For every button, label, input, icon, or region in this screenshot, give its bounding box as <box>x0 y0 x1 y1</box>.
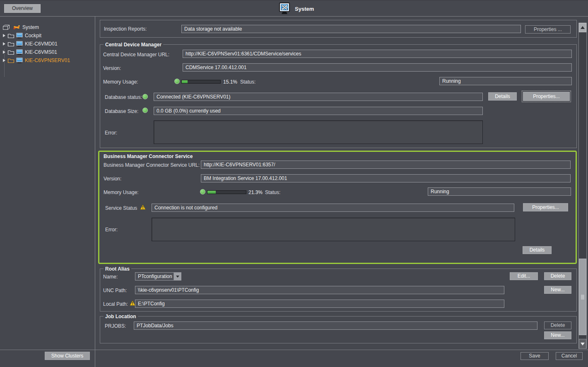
job-location-section: Job Location PRJOBS: PTJobData/Jobs Dele… <box>100 316 577 343</box>
section-title: Central Device Manager <box>104 42 163 48</box>
cdm-db-status-label: Database status: <box>105 94 142 100</box>
bm-status-field[interactable]: Running <box>428 187 571 196</box>
business-manager-connector-section-highlighted: Business Manager Connector Service Busin… <box>98 151 577 264</box>
bm-url-label: Business Manager Connector Service URL: <box>104 162 200 168</box>
bm-memory-label: Memory Usage: <box>104 189 139 195</box>
folder-icon <box>7 41 14 47</box>
tree-item-label: KIE-C6VPNSERV01 <box>25 58 70 63</box>
tree-item-kie-c6vpnserv01-selected[interactable]: KIE-C6VPNSERV01 <box>0 56 94 65</box>
bm-error-label: Error: <box>105 227 118 233</box>
warning-icon <box>130 300 135 306</box>
bm-url-field[interactable]: http://KIE-C6VPNSERV01:6357/ <box>201 161 571 169</box>
expand-arrow-icon[interactable] <box>3 59 5 62</box>
cdm-details-button[interactable]: Details <box>488 92 517 101</box>
tools-icon <box>13 24 20 30</box>
job-new-button[interactable]: New... <box>544 331 571 339</box>
cdm-url-label: Central Device Manager URL: <box>103 52 169 58</box>
bm-memory-progressbar <box>207 190 246 194</box>
cdm-memory-percent: 15.1% <box>223 79 237 85</box>
root-alias-name-dropdown[interactable]: PTconfiguration <box>135 272 181 281</box>
tree-item-label: KIE-C6VMS01 <box>25 49 57 55</box>
scroll-up-button[interactable] <box>579 23 586 32</box>
local-path-label: Local Path: <box>103 301 128 307</box>
cdm-status-field[interactable]: Running <box>439 77 572 85</box>
tree-item-label: Cockpit <box>25 33 41 38</box>
cdm-properties-button[interactable]: Properties... <box>523 92 570 101</box>
bm-details-button[interactable]: Details <box>523 246 552 254</box>
job-delete-button[interactable]: Delete <box>544 321 571 329</box>
tree-item-kie-c6vmd01[interactable]: KIE-C6VMD01 <box>0 40 94 48</box>
navigation-tree: System Cockpit KIE-C6VMD01 <box>0 17 95 350</box>
inspection-reports-section: Inspection Reports: Data storage not ava… <box>100 20 577 38</box>
cdm-memory-label: Memory Usage: <box>103 79 138 85</box>
bm-memory-progress-fill <box>207 191 216 194</box>
central-device-manager-section: Central Device Manager Central Device Ma… <box>100 44 577 148</box>
expand-arrow-icon[interactable] <box>3 34 5 37</box>
folder-icon <box>7 50 14 55</box>
cdm-url-field[interactable]: http://KIE-C6VPNServ01:6361/CDMService/s… <box>183 50 572 58</box>
local-path-field[interactable]: E:\PTConfig <box>135 300 504 308</box>
section-title: Root Alias <box>104 266 131 272</box>
computer-icon <box>16 49 23 55</box>
show-clusters-button[interactable]: Show Clusters <box>45 352 90 360</box>
cdm-db-status-field[interactable]: Connected (KIE-C6VPNSERV01) <box>154 93 483 101</box>
scrollbar-thumb[interactable] <box>579 259 586 335</box>
folder-icon <box>7 58 14 63</box>
system-tools-icon <box>278 2 291 15</box>
unc-path-label: UNC Path: <box>103 288 127 293</box>
save-button[interactable]: Save <box>521 352 549 360</box>
drawer-icon <box>2 24 10 30</box>
bm-version-label: Version: <box>104 176 121 182</box>
expand-arrow-icon[interactable] <box>3 50 5 54</box>
bm-properties-button[interactable]: Properties... <box>523 203 568 211</box>
root-alias-section: Root Alias Name: PTconfiguration Edit...… <box>100 269 577 312</box>
chevron-down-icon[interactable] <box>174 273 181 280</box>
bm-service-status-field[interactable]: Connection is not configured <box>152 204 514 212</box>
bm-status-label: Status: <box>265 189 280 195</box>
inspection-properties-button[interactable]: Properties ... <box>525 25 571 34</box>
cdm-error-box[interactable] <box>154 120 483 144</box>
inspection-reports-field[interactable]: Data storage not available <box>181 25 521 33</box>
tree-item-label: System <box>22 24 39 30</box>
prjobs-label: PRJOBS: <box>105 323 126 329</box>
page-title: System <box>295 6 314 12</box>
cdm-db-size-label: Database Size: <box>105 108 138 114</box>
computer-icon <box>16 58 23 63</box>
cdm-db-size-field[interactable]: 0.0 GB (0.0%) currently used <box>154 107 483 115</box>
overview-button[interactable]: Overview <box>4 4 41 13</box>
unc-path-field[interactable]: \\kie-c6vpnserv01\PTConfig <box>135 286 504 294</box>
vertical-scrollbar[interactable] <box>578 23 587 349</box>
computer-icon <box>16 33 23 38</box>
bm-memory-percent: 21.3% <box>248 189 263 195</box>
section-title: Job Location <box>104 314 138 319</box>
tree-item-system[interactable]: System <box>0 23 94 31</box>
footer-divider <box>95 350 95 367</box>
bm-version-field[interactable]: BM Integration Service 17.00.412.001 <box>201 174 571 182</box>
prjobs-field[interactable]: PTJobData/Jobs <box>134 321 537 330</box>
top-bar: Overview System <box>0 0 588 16</box>
dropdown-value: PTconfiguration <box>138 273 172 280</box>
scroll-down-button[interactable] <box>579 339 586 349</box>
cdm-status-label: Status: <box>240 79 255 85</box>
cancel-button[interactable]: Cancel <box>556 352 583 360</box>
cdm-version-field[interactable]: CDMService 17.00.412.001 <box>183 63 572 72</box>
memory-status-ok-icon <box>174 79 180 84</box>
inspection-reports-label: Inspection Reports: <box>104 26 147 32</box>
cdm-version-label: Version: <box>103 65 121 71</box>
db-size-ok-icon <box>142 108 148 113</box>
root-alias-new-button[interactable]: New... <box>544 286 571 294</box>
expand-arrow-icon[interactable] <box>3 42 5 46</box>
folder-icon <box>7 33 14 38</box>
tree-item-label: KIE-C6VMD01 <box>25 41 58 47</box>
tree-item-kie-c6vms01[interactable]: KIE-C6VMS01 <box>0 48 94 56</box>
memory-status-ok-icon <box>200 189 205 194</box>
computer-icon <box>16 41 23 47</box>
warning-icon <box>140 204 146 210</box>
bm-service-status-label: Service Status <box>105 205 137 211</box>
root-alias-delete-button[interactable]: Delete <box>544 272 571 280</box>
root-alias-edit-button[interactable]: Edit... <box>510 272 538 280</box>
tree-item-cockpit[interactable]: Cockpit <box>0 31 94 40</box>
db-status-ok-icon <box>142 94 148 99</box>
bm-error-box[interactable] <box>152 218 515 241</box>
cdm-memory-progressbar <box>181 80 221 84</box>
